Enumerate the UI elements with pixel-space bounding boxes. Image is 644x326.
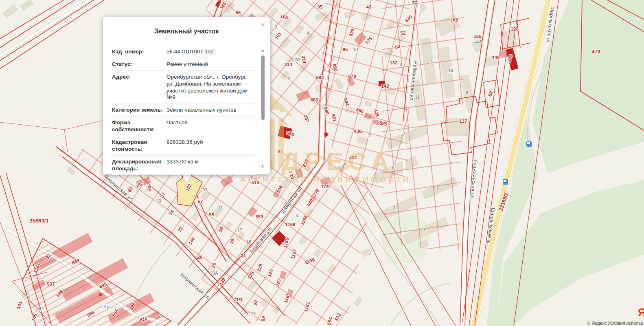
popup-field-row: Статус: Ранее учтенный bbox=[112, 58, 255, 71]
scrollbar-thumb[interactable] bbox=[261, 55, 265, 120]
field-label: Кад. номер: bbox=[112, 48, 166, 55]
field-label: Декларированная площадь: bbox=[112, 159, 166, 172]
yandex-logo: Я bbox=[638, 306, 644, 319]
field-value: 1333.00 кв.м bbox=[166, 159, 255, 172]
field-value: Частная bbox=[166, 119, 255, 133]
field-value: 56:44:0101007:152 bbox=[166, 48, 255, 55]
popup-field-row: Кадастровая стоимость: 926328.36 руб bbox=[112, 136, 255, 156]
popup-field-row: Категория земель: Земли населенных пункт… bbox=[112, 104, 255, 117]
scroll-down-icon[interactable]: ▼ bbox=[261, 164, 265, 169]
parcel-info-popup: × Земельный участок Кад. номер: 56:44:01… bbox=[103, 17, 270, 174]
close-icon[interactable]: × bbox=[261, 21, 265, 29]
scroll-up-icon[interactable]: ▲ bbox=[261, 48, 265, 53]
field-label: Адрес: bbox=[112, 74, 166, 101]
bus-stop-icon[interactable] bbox=[526, 141, 532, 147]
popup-field-row: Кад. номер: 56:44:0101007:152 bbox=[112, 46, 255, 58]
field-label: Форма собственности: bbox=[112, 119, 166, 133]
map-canvas[interactable]: 34586105310195434626675951/13142/2314288… bbox=[0, 0, 644, 326]
bus-stop-icon[interactable] bbox=[502, 179, 508, 185]
field-value: 926328.36 руб bbox=[166, 139, 255, 153]
field-value: Земли населенных пунктов bbox=[166, 107, 255, 114]
popup-title: Земельный участок bbox=[103, 28, 270, 35]
field-label: Кадастровая стоимость: bbox=[112, 139, 166, 153]
popup-field-row: Форма собственности: Частная bbox=[112, 117, 255, 136]
popup-fields: Кад. номер: 56:44:0101007:152 Статус: Ра… bbox=[112, 46, 255, 175]
map-attribution[interactable]: © Яндекс Условия использ bbox=[587, 321, 643, 326]
field-label: Категория земель: bbox=[112, 107, 166, 114]
popup-field-row: Адрес: Оренбургская обл., г. Оренбург, у… bbox=[112, 71, 255, 104]
popup-field-row: Декларированная площадь: 1333.00 кв.м bbox=[112, 156, 255, 175]
map-linework bbox=[0, 0, 644, 326]
field-value: Ранее учтенный bbox=[166, 61, 255, 68]
field-value: Оренбургская обл., г. Оренбург, ул. Дамб… bbox=[166, 74, 255, 101]
popup-scrollbar[interactable]: ▲ ▼ bbox=[260, 48, 266, 169]
field-label: Статус: bbox=[112, 61, 166, 68]
